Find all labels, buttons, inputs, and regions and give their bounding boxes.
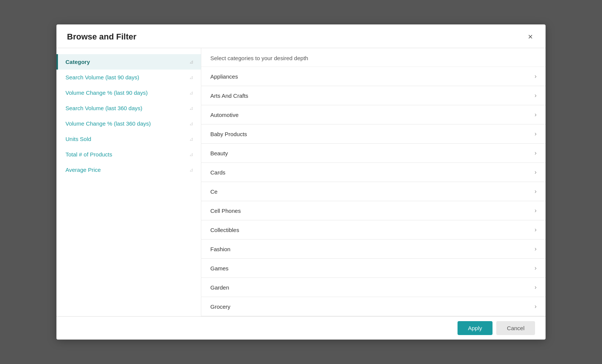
- filter-icon: ⊿: [189, 74, 193, 80]
- sidebar-item-label: Volume Change % (last 90 days): [65, 89, 147, 96]
- filter-icon: ⊿: [189, 167, 193, 173]
- category-label: Beauty: [210, 150, 228, 156]
- filter-icon: ⊿: [189, 90, 193, 96]
- sidebar-item-label: Average Price: [65, 167, 101, 173]
- sidebar-item-label: Search Volume (last 90 days): [65, 74, 139, 80]
- category-label: Games: [210, 265, 228, 271]
- cancel-button[interactable]: Cancel: [496, 321, 535, 335]
- category-label: Grocery: [210, 303, 230, 310]
- category-item-cards[interactable]: Cards›: [201, 163, 546, 182]
- category-list: Appliances›Arts And Crafts›Automotive›Ba…: [201, 67, 546, 316]
- category-item-beauty[interactable]: Beauty›: [201, 144, 546, 163]
- modal-body: Category⊿Search Volume (last 90 days)⊿Vo…: [56, 48, 546, 316]
- category-item-fashion[interactable]: Fashion›: [201, 240, 546, 259]
- main-panel: Select categories to your desired depth …: [201, 48, 546, 316]
- panel-description: Select categories to your desired depth: [201, 48, 546, 67]
- filter-icon: ⊿: [189, 152, 193, 157]
- category-item-collectibles[interactable]: Collectibles›: [201, 220, 546, 240]
- chevron-right-icon: ›: [535, 92, 537, 99]
- filter-icon: ⊿: [189, 105, 193, 111]
- category-item-cell-phones[interactable]: Cell Phones›: [201, 201, 546, 220]
- chevron-right-icon: ›: [535, 303, 537, 310]
- category-item-appliances[interactable]: Appliances›: [201, 67, 546, 86]
- chevron-right-icon: ›: [535, 150, 537, 156]
- filter-icon: ⊿: [189, 136, 193, 142]
- sidebar-item-label: Category: [65, 59, 90, 65]
- sidebar-item-units-sold[interactable]: Units Sold⊿: [56, 131, 201, 147]
- sidebar-item-label: Volume Change % (last 360 days): [65, 120, 151, 127]
- category-label: Cards: [210, 169, 225, 176]
- category-item-games[interactable]: Games›: [201, 259, 546, 278]
- sidebar-item-label: Units Sold: [65, 136, 91, 142]
- category-label: Cell Phones: [210, 208, 241, 214]
- filter-icon: ⊿: [189, 59, 193, 65]
- category-label: Appliances: [210, 73, 238, 80]
- sidebar-item-average-price[interactable]: Average Price⊿: [56, 162, 201, 177]
- chevron-right-icon: ›: [535, 265, 537, 271]
- category-label: Ce: [210, 188, 217, 195]
- category-label: Arts And Crafts: [210, 93, 248, 99]
- category-label: Collectibles: [210, 227, 239, 233]
- sidebar-item-total-products[interactable]: Total # of Products⊿: [56, 147, 201, 162]
- category-label: Fashion: [210, 246, 230, 252]
- sidebar-item-label: Search Volume (last 360 days): [65, 105, 142, 111]
- category-item-automotive[interactable]: Automotive›: [201, 105, 546, 124]
- sidebar-item-label: Total # of Products: [65, 151, 112, 158]
- modal-title: Browse and Filter: [67, 32, 137, 42]
- modal-overlay: Browse and Filter × Category⊿Search Volu…: [0, 0, 602, 364]
- filter-sidebar: Category⊿Search Volume (last 90 days)⊿Vo…: [56, 48, 201, 316]
- sidebar-item-category[interactable]: Category⊿: [56, 54, 201, 70]
- category-label: Baby Products: [210, 131, 247, 137]
- chevron-right-icon: ›: [535, 188, 537, 195]
- chevron-right-icon: ›: [535, 284, 537, 291]
- category-item-grocery[interactable]: Grocery›: [201, 297, 546, 316]
- modal-footer: Apply Cancel: [56, 316, 546, 340]
- category-item-ce[interactable]: Ce›: [201, 182, 546, 201]
- category-item-arts-and-crafts[interactable]: Arts And Crafts›: [201, 86, 546, 105]
- sidebar-item-search-volume-360[interactable]: Search Volume (last 360 days)⊿: [56, 100, 201, 116]
- apply-button[interactable]: Apply: [458, 321, 493, 335]
- category-label: Garden: [210, 284, 229, 291]
- category-item-garden[interactable]: Garden›: [201, 278, 546, 297]
- sidebar-item-volume-change-90[interactable]: Volume Change % (last 90 days)⊿: [56, 85, 201, 100]
- sidebar-item-search-volume-90[interactable]: Search Volume (last 90 days)⊿: [56, 70, 201, 85]
- category-label: Automotive: [210, 112, 239, 118]
- chevron-right-icon: ›: [535, 226, 537, 233]
- chevron-right-icon: ›: [535, 207, 537, 214]
- modal-header: Browse and Filter ×: [56, 24, 546, 48]
- close-button[interactable]: ×: [526, 32, 535, 42]
- category-item-baby-products[interactable]: Baby Products›: [201, 124, 546, 144]
- sidebar-item-volume-change-360[interactable]: Volume Change % (last 360 days)⊿: [56, 116, 201, 131]
- chevron-right-icon: ›: [535, 73, 537, 80]
- chevron-right-icon: ›: [535, 169, 537, 176]
- chevron-right-icon: ›: [535, 130, 537, 137]
- chevron-right-icon: ›: [535, 246, 537, 252]
- filter-icon: ⊿: [189, 121, 193, 126]
- browse-filter-modal: Browse and Filter × Category⊿Search Volu…: [56, 24, 546, 340]
- chevron-right-icon: ›: [535, 111, 537, 118]
